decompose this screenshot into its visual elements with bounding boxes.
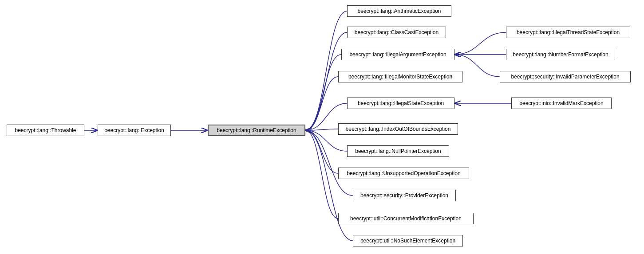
node-numberformatexception: beecrypt::lang::NumberFormatException <box>506 49 615 60</box>
node-exception: beecrypt::lang::Exception <box>98 125 171 136</box>
node-invalidmarkexception: beecrypt::nio::InvalidMarkException <box>511 98 612 109</box>
node-illegalstateexception: beecrypt::lang::IllegalStateException <box>347 98 454 109</box>
node-classcastexception: beecrypt::lang::ClassCastException <box>347 27 446 38</box>
node-unsupportedoperationexception: beecrypt::lang::UnsupportedOperationExce… <box>338 168 469 179</box>
node-indexoutofboundsexception: beecrypt::lang::IndexOutOfBoundsExceptio… <box>338 123 458 135</box>
arrow-providerexception-to-runtimeexception <box>305 130 353 195</box>
node-nullpointerexception: beecrypt::lang::NullPointerException <box>347 145 449 157</box>
node-throwable: beecrypt::lang::Throwable <box>7 125 84 136</box>
arrow-illegalthreadstateexception-to-illegalargumentexception <box>454 32 506 55</box>
arrow-illegalmonitorstateexception-to-runtimeexception <box>305 77 338 130</box>
node-runtimeexception: beecrypt::lang::RuntimeException <box>208 125 305 136</box>
node-concurrentmodificationexception: beecrypt::util::ConcurrentModificationEx… <box>338 213 474 224</box>
node-illegalmonitorstateexception: beecrypt::lang::IllegalMonitorStateExcep… <box>338 71 462 82</box>
arrow-concurrentmodificationexception-to-runtimeexception <box>305 130 338 219</box>
arrow-illegalargumentexception-to-runtimeexception <box>305 55 341 130</box>
arrow-unsupportedoperationexception-to-runtimeexception <box>305 130 338 173</box>
arrow-indexoutofboundsexception-to-runtimeexception <box>305 129 338 130</box>
diagram-container: beecrypt::lang::Throwablebeecrypt::lang:… <box>0 0 644 254</box>
node-arithmeticexception: beecrypt::lang::ArithmeticException <box>347 5 451 17</box>
node-illegalthreadstateexception: beecrypt::lang::IllegalThreadStateExcept… <box>506 27 630 38</box>
node-invalidparameterexception: beecrypt::security::InvalidParameterExce… <box>500 71 631 82</box>
node-providerexception: beecrypt::security::ProviderException <box>353 190 456 201</box>
node-illegalargumentexception: beecrypt::lang::IllegalArgumentException <box>341 49 454 60</box>
node-nosuchelementexception: beecrypt::util::NoSuchElementException <box>353 235 463 246</box>
